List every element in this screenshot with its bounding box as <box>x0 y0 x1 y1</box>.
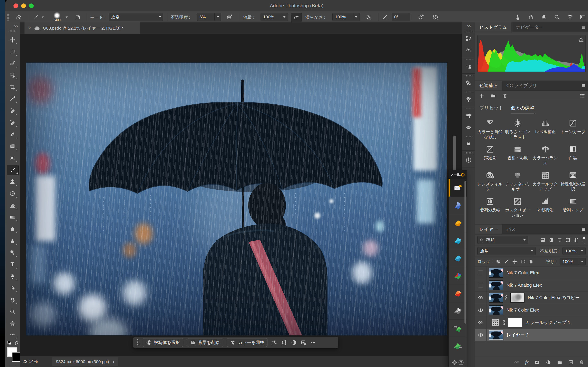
color-lookup-layer-icon[interactable] <box>491 318 500 327</box>
ai-actions-panel-button[interactable] <box>463 45 474 56</box>
adjustment-gradient-map[interactable]: 階調マップ <box>559 197 587 218</box>
zoom-window-button[interactable] <box>29 3 34 8</box>
smoothing-dropdown[interactable]: 100% <box>332 13 360 21</box>
toggle-brush-settings-button[interactable] <box>73 13 83 22</box>
tab-cc-libraries[interactable]: CC ライブラリ <box>502 81 541 91</box>
symmetry-button[interactable] <box>430 13 441 22</box>
tool-spot-healing[interactable] <box>7 106 18 116</box>
tool-custom-shape[interactable] <box>7 318 18 329</box>
layer-name[interactable]: Nik 7 Color Efex のコピー <box>528 295 580 301</box>
adjustment-vibrance[interactable]: カラーと自然な彩度 <box>476 119 504 140</box>
nik-item-hdr-efex[interactable] <box>449 267 467 284</box>
tool-zoom[interactable] <box>7 307 18 317</box>
opacity-dropdown[interactable]: 6% <box>197 13 221 21</box>
adjustment-black-white[interactable]: 白黒 <box>559 145 587 166</box>
layer-thumbnail[interactable] <box>489 280 503 290</box>
layer-opacity-dropdown[interactable]: 100% <box>562 247 586 255</box>
lock-pixels-icon[interactable] <box>504 259 509 264</box>
adjustment-color-lookup[interactable]: カラールックアップ <box>531 171 559 192</box>
subtab-individual[interactable]: 個々の調整 <box>511 105 535 114</box>
tab-histogram[interactable]: ヒストグラム <box>475 22 511 32</box>
notifications-button[interactable] <box>539 13 549 22</box>
visibility-toggle[interactable] <box>475 304 486 316</box>
search-button[interactable] <box>552 13 562 22</box>
tab-navigator[interactable]: ナビゲーター <box>511 22 548 32</box>
mask-link-icon[interactable] <box>502 320 506 325</box>
swap-colors-button[interactable] <box>14 340 19 345</box>
tab-layers[interactable]: レイヤー <box>475 225 502 234</box>
mask-link-icon[interactable] <box>504 295 508 300</box>
adjustment-posterize[interactable]: ポスタリゼーション <box>504 197 532 218</box>
generative-button[interactable] <box>271 340 277 346</box>
visibility-toggle[interactable] <box>475 317 486 329</box>
delete-layer-icon[interactable] <box>579 360 584 365</box>
smoothing-options-button[interactable] <box>363 13 374 22</box>
layer-name[interactable]: レイヤー 2 <box>507 332 528 338</box>
tool-eraser[interactable] <box>7 200 18 210</box>
adjustment-levels[interactable]: レベル補正 <box>531 119 559 140</box>
panel-menu-icon[interactable] <box>581 83 586 88</box>
tool-eyedropper[interactable] <box>7 94 18 104</box>
nik-item-viveza[interactable] <box>449 284 467 302</box>
nik-item-analog-efex[interactable] <box>449 197 467 214</box>
tool-selection-brush[interactable] <box>7 58 18 68</box>
layer-row-selected[interactable]: レイヤー 2 <box>475 329 588 341</box>
workspace-button[interactable] <box>577 13 588 22</box>
filter-image-icon[interactable] <box>540 237 546 243</box>
tool-history-brush[interactable] <box>7 188 18 199</box>
airbrush-toggle-button[interactable] <box>291 13 302 22</box>
adjustment-channel-mixer[interactable]: チャンネルミキサー <box>504 171 532 192</box>
document-canvas[interactable] <box>26 63 447 335</box>
adjustment-color-balance[interactable]: カラーバランス <box>531 145 559 166</box>
status-doc-size[interactable]: 9324 px x 6000 px (300 ppi) › <box>52 358 118 366</box>
link-layers-icon[interactable] <box>514 360 520 365</box>
tool-object-selection[interactable] <box>7 70 18 80</box>
document-tab[interactable]: × G88.psdc @ 22.1% (レイヤー 2, RGB/8) * <box>25 22 140 34</box>
layer-name[interactable]: Nik 7 Color Efex <box>507 308 539 313</box>
lock-position-icon[interactable] <box>512 259 517 264</box>
minimize-window-button[interactable] <box>21 3 26 8</box>
nik-item-color-efex[interactable] <box>449 214 467 232</box>
adjustment-presets-button[interactable] <box>291 340 297 346</box>
visibility-toggle[interactable] <box>475 279 486 291</box>
transform-button[interactable] <box>281 340 287 346</box>
filter-smart-object-icon[interactable] <box>574 237 579 243</box>
brush-angle-field[interactable]: 0° <box>392 13 410 21</box>
tab-adjustments[interactable]: 色調補正 <box>475 81 502 91</box>
clone-source-panel-button[interactable] <box>463 61 474 72</box>
expand-tools-icon[interactable]: >> <box>14 24 17 29</box>
tab-paths[interactable]: パス <box>502 225 520 234</box>
tool-marquee[interactable] <box>7 47 18 57</box>
close-tab-icon[interactable]: × <box>28 25 31 31</box>
new-layer-icon[interactable] <box>568 360 574 365</box>
nik-item-presharpener[interactable] <box>449 319 467 337</box>
context-more-button[interactable] <box>310 340 316 345</box>
layer-filter-dropdown[interactable]: 種類 <box>477 236 528 244</box>
nik-item-silver-efex[interactable] <box>449 302 467 319</box>
filter-type-icon[interactable] <box>557 237 562 243</box>
list-view-icon[interactable] <box>579 93 585 99</box>
layer-thumbnail[interactable] <box>489 268 503 278</box>
layout-icon[interactable] <box>457 173 461 176</box>
adjustment-threshold[interactable]: 2 階調化 <box>531 197 559 218</box>
help-icon[interactable] <box>458 359 464 366</box>
close-window-button[interactable] <box>13 3 18 8</box>
lock-artboard-icon[interactable] <box>520 259 526 264</box>
share-button[interactable] <box>526 13 536 22</box>
adjust-color-button[interactable]: カラーを調整 <box>227 338 268 347</box>
tool-remove[interactable] <box>7 117 18 128</box>
layer-mask-thumbnail[interactable] <box>510 293 525 303</box>
filter-shape-icon[interactable] <box>565 237 571 243</box>
tool-type[interactable] <box>7 259 18 269</box>
nik-item-dfine[interactable] <box>449 232 467 249</box>
close-icon[interactable] <box>450 173 454 176</box>
tool-sharpen[interactable] <box>7 236 18 246</box>
settings-gear-icon[interactable] <box>451 359 458 366</box>
adjustment-hue-saturation[interactable]: 色相・彩度 <box>504 145 532 166</box>
layer-mask-thumbnail[interactable] <box>508 318 522 327</box>
brush-tool-preset-button[interactable] <box>31 13 40 22</box>
add-adjustment-icon[interactable] <box>479 93 484 99</box>
tool-crop[interactable] <box>7 82 18 92</box>
layer-thumbnail[interactable] <box>489 293 503 303</box>
layer-style-icon[interactable]: fx <box>525 359 529 365</box>
